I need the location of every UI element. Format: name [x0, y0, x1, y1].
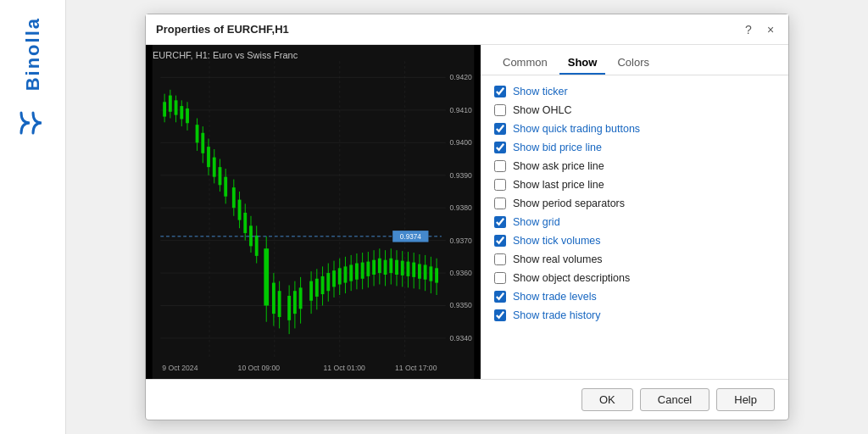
chart-svg: 0.9420 0.9410 0.9400 0.9390 0.9380 0.937…	[146, 45, 481, 379]
checkbox-trade-history-input[interactable]	[494, 309, 506, 321]
svg-text:11 Oct 01:00: 11 Oct 01:00	[324, 364, 366, 372]
checkbox-bid-price-label: Show bid price line	[513, 142, 602, 153]
tab-common[interactable]: Common	[494, 52, 556, 75]
sidebar: Binolla	[0, 0, 66, 434]
dialog-tabs: Common Show Colors	[481, 45, 788, 75]
svg-rect-52	[249, 225, 253, 246]
checkbox-real-volumes-input[interactable]	[494, 253, 506, 265]
svg-rect-78	[338, 268, 342, 284]
brand-logo-text: Binolla	[22, 17, 44, 91]
svg-rect-96	[389, 259, 392, 273]
checkbox-quick-trading: Show quick trading buttons	[494, 121, 775, 136]
svg-rect-60	[278, 291, 281, 317]
checkbox-show-ohlc: Show OHLC	[494, 103, 775, 118]
checkbox-ask-price-input[interactable]	[494, 160, 506, 172]
svg-text:0.9360: 0.9360	[449, 269, 472, 277]
svg-text:0.9370: 0.9370	[449, 236, 472, 245]
svg-rect-76	[332, 270, 336, 287]
dialog-title: Properties of EURCHF,H1	[156, 23, 289, 36]
svg-rect-108	[424, 264, 427, 279]
svg-rect-42	[219, 167, 222, 185]
svg-rect-94	[384, 260, 387, 275]
svg-rect-70	[315, 279, 319, 297]
checkbox-show-grid: Show grid	[494, 214, 775, 230]
svg-rect-28	[175, 100, 178, 114]
checkbox-ask-price-label: Show ask price line	[513, 160, 604, 172]
svg-rect-26	[169, 96, 172, 112]
svg-rect-38	[207, 147, 210, 167]
svg-rect-54	[255, 236, 259, 256]
checkbox-trade-levels-input[interactable]	[494, 291, 506, 303]
svg-rect-56	[264, 248, 269, 305]
svg-rect-30	[180, 106, 183, 119]
svg-text:10 Oct 09:00: 10 Oct 09:00	[238, 364, 281, 372]
checkbox-tick-volumes: Show tick volumes	[494, 233, 775, 248]
checkbox-show-grid-input[interactable]	[494, 216, 506, 228]
svg-text:0.9374: 0.9374	[400, 233, 421, 241]
checkbox-trade-levels-label: Show trade levels	[513, 291, 597, 303]
svg-rect-66	[299, 287, 303, 309]
svg-rect-74	[326, 273, 330, 291]
close-button[interactable]: ×	[763, 22, 778, 37]
svg-rect-0	[153, 45, 475, 379]
checkbox-object-descriptions-input[interactable]	[494, 272, 506, 284]
checkbox-period-separators-label: Show period separators	[513, 198, 625, 209]
checkboxes-list: Show ticker Show OHLC Show quick trading…	[481, 75, 788, 379]
checkbox-quick-trading-input[interactable]	[494, 123, 506, 135]
checkbox-tick-volumes-label: Show tick volumes	[513, 235, 601, 247]
chart-panel: EURCHF, H1: Euro vs Swiss Franc	[146, 45, 481, 379]
cancel-button[interactable]: Cancel	[640, 388, 709, 411]
checkbox-show-grid-label: Show grid	[513, 216, 560, 228]
checkbox-period-separators-input[interactable]	[494, 198, 506, 209]
checkbox-show-ohlc-input[interactable]	[494, 104, 506, 116]
dialog-overlay: Properties of EURCHF,H1 ? × EURCHF, H1: …	[66, 0, 868, 434]
checkbox-real-volumes: Show real volumes	[494, 252, 775, 267]
svg-rect-110	[429, 266, 432, 281]
checkbox-period-separators: Show period separators	[494, 196, 775, 211]
svg-text:0.9350: 0.9350	[449, 301, 472, 309]
svg-text:0.9400: 0.9400	[449, 138, 472, 147]
help-footer-button[interactable]: Help	[716, 388, 775, 411]
svg-rect-40	[213, 158, 216, 177]
svg-text:0.9340: 0.9340	[449, 334, 472, 342]
svg-rect-104	[412, 263, 415, 277]
svg-rect-58	[272, 283, 275, 314]
svg-rect-34	[196, 125, 199, 142]
svg-rect-84	[355, 264, 359, 280]
svg-text:0.9410: 0.9410	[449, 106, 472, 114]
checkbox-last-price-input[interactable]	[494, 179, 506, 191]
ok-button[interactable]: OK	[581, 388, 633, 411]
checkbox-object-descriptions: Show object descriptions	[494, 270, 775, 286]
svg-rect-44	[224, 177, 227, 197]
help-button[interactable]: ?	[741, 22, 756, 37]
app-background: Binolla Properties of EURCHF,H1 ? ×	[0, 0, 868, 434]
properties-dialog: Properties of EURCHF,H1 ? × EURCHF, H1: …	[145, 14, 789, 420]
svg-rect-102	[407, 262, 410, 276]
checkbox-bid-price-input[interactable]	[494, 142, 506, 153]
svg-rect-106	[418, 264, 421, 279]
svg-rect-48	[238, 200, 242, 220]
checkbox-last-price: Show last price line	[494, 177, 775, 192]
svg-rect-112	[435, 268, 438, 282]
checkbox-tick-volumes-input[interactable]	[494, 235, 506, 247]
checkbox-object-descriptions-label: Show object descriptions	[513, 272, 630, 284]
checkbox-real-volumes-label: Show real volumes	[513, 253, 603, 265]
checkbox-ask-price: Show ask price line	[494, 159, 775, 174]
svg-rect-80	[344, 266, 348, 282]
checkbox-bid-price: Show bid price line	[494, 140, 775, 155]
svg-rect-82	[349, 264, 353, 281]
titlebar-controls: ? ×	[741, 22, 778, 37]
tab-show[interactable]: Show	[559, 52, 606, 75]
svg-rect-36	[201, 133, 204, 153]
svg-rect-62	[287, 296, 291, 320]
svg-rect-46	[232, 187, 236, 208]
checkbox-last-price-label: Show last price line	[513, 179, 604, 191]
dialog-titlebar: Properties of EURCHF,H1 ? ×	[146, 14, 788, 45]
checkbox-trade-history: Show trade history	[494, 308, 775, 323]
checkbox-show-ticker-label: Show ticker	[513, 86, 568, 97]
checkbox-show-ticker-input[interactable]	[494, 86, 506, 97]
tab-colors[interactable]: Colors	[609, 52, 658, 75]
checkbox-show-ticker: Show ticker	[494, 84, 775, 99]
svg-rect-98	[395, 260, 398, 275]
svg-rect-50	[243, 213, 247, 233]
